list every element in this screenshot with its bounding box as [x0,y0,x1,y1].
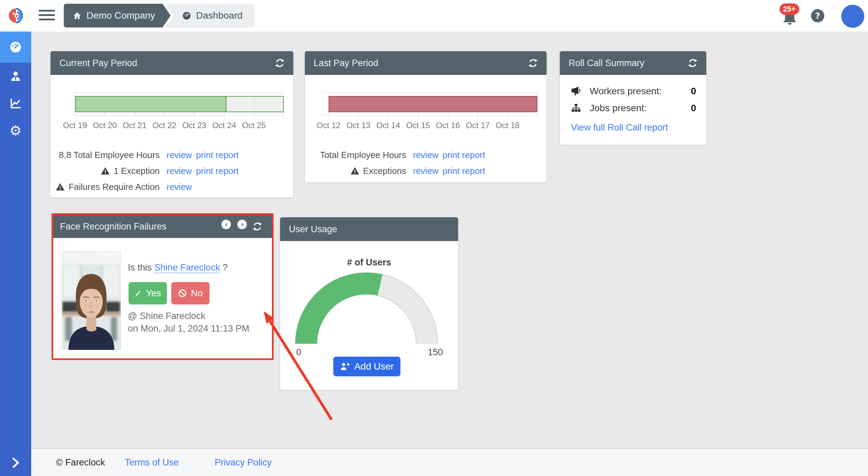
chevron-right-icon [11,457,21,469]
review-link[interactable]: review [160,166,190,176]
card-header: Current Pay Period [51,51,293,75]
review-link[interactable]: review [160,182,190,192]
face-question: Is this Shine Fareclock ? [128,262,228,273]
menu-icon[interactable] [39,10,55,22]
roll-call-row: Jobs present: 0 [571,101,696,116]
stat-label: Failures Require Action [51,182,160,192]
stat-row: Total Employee Hours review print report [297,147,547,163]
breadcrumb: Demo Company Dashboard [64,4,255,27]
card-header: Last Pay Period [305,51,547,75]
check-icon: ✓ [134,288,142,299]
print-report-link[interactable]: print report [436,166,511,176]
review-link[interactable]: review [406,150,436,160]
gauge-max-label: 150 [422,347,448,358]
refresh-icon[interactable] [252,221,263,232]
card-title: Face Recognition Failures [60,221,166,232]
warning-icon [101,166,110,176]
card-header: User Usage [280,217,458,241]
face-recognition-failures-card: Face Recognition Failures ‹ › [52,213,274,360]
face-meta-time: on Mon, Jul 1, 2024 11:13 PM [128,322,249,335]
breadcrumb-company[interactable]: Demo Company [64,4,171,27]
stat-row: 8.8 Total Employee Hours review print re… [51,147,293,163]
x-axis-labels: Oct 19 Oct 20 Oct 21 Oct 22 Oct 23 Oct 2… [51,121,293,131]
stat-label: Total Employee Hours [297,150,406,160]
question-icon: ? [815,11,820,21]
terms-of-use-link[interactable]: Terms of Use [125,449,179,476]
stat-label: 8.8 Total Employee Hours [51,150,160,160]
warning-icon [350,166,359,176]
users-gauge [292,270,441,349]
add-user-button[interactable]: Add User [333,357,400,376]
roll-call-value: 0 [691,103,696,114]
card-header: Roll Call Summary [560,51,706,75]
notifications-button[interactable]: 25+ [780,3,801,25]
print-report-link[interactable]: print report [190,150,264,160]
no-button[interactable]: No [171,282,210,304]
chart-line-icon [9,97,22,110]
stat-row: Exceptions review print report [297,163,547,179]
top-bar: Demo Company Dashboard 25+ ? [0,0,868,32]
next-button[interactable]: › [237,220,247,229]
gauge-title: # of Users [280,257,458,268]
sidebar-expand-button[interactable] [0,454,31,471]
sidebar-item-team[interactable] [0,63,31,90]
progress-bar-fill [329,97,537,112]
current-pay-period-card: Current Pay Period Oct 19 Oct 20 Oct 21 … [50,51,294,198]
view-roll-call-report-link[interactable]: View full Roll Call report [571,122,668,133]
notification-count-badge: 25+ [780,3,799,15]
dashboard-gauge-icon [9,41,22,54]
progress-bar [329,96,537,112]
stat-label: Exceptions [297,166,406,176]
roll-call-label: Workers present: [590,86,662,97]
last-pay-period-card: Last Pay Period Oct 12 Oct 13 Oct 14 Oct… [304,51,547,183]
roll-call-value: 0 [691,86,696,97]
user-avatar[interactable] [841,5,864,28]
x-axis-labels: Oct 12 Oct 13 Oct 14 Oct 15 Oct 16 Oct 1… [305,121,547,131]
breadcrumb-dashboard[interactable]: Dashboard [165,4,255,27]
gauge-min-label: 0 [290,347,307,358]
pay-period-chart [329,93,537,119]
person-plus-icon [340,362,350,371]
sidebar-item-settings[interactable]: ⚙ [0,117,31,144]
roll-call-label: Jobs present: [590,103,647,114]
sitemap-icon [571,103,590,113]
card-title: Last Pay Period [314,58,378,68]
sidebar-item-reports[interactable] [0,90,31,117]
sidebar: ⚙ [0,32,31,476]
yes-button[interactable]: ✓ Yes [129,282,167,304]
print-report-link[interactable]: print report [436,150,511,160]
person-link[interactable]: Shine Fareclock [154,262,220,273]
footer: © Fareclock Terms of Use Privacy Policy [31,448,868,476]
refresh-icon[interactable] [274,58,285,68]
copyright-text: © Fareclock [56,449,105,476]
gear-icon: ⚙ [9,124,22,137]
chevron-right-icon: › [241,220,244,229]
print-report-link[interactable]: print report [190,166,264,176]
review-link[interactable]: review [406,166,436,176]
face-meta: @ Shine Fareclock on Mon, Jul 1, 2024 11… [128,310,249,335]
card-title: User Usage [289,224,337,235]
user-usage-card: User Usage # of Users 0 150 Add User [280,217,458,390]
stat-row: 1 Exception review print report [51,163,293,179]
fareclock-logo-icon [8,8,24,23]
roll-call-row: Workers present: 0 [571,84,696,99]
sidebar-item-dashboard[interactable] [0,32,31,63]
help-button[interactable]: ? [811,9,824,22]
progress-bar [75,96,284,112]
stat-row: Failures Require Action review [51,179,293,195]
warning-icon [56,182,65,192]
pay-period-chart [75,93,284,119]
face-meta-user: @ Shine Fareclock [128,310,249,322]
privacy-policy-link[interactable]: Privacy Policy [215,449,272,476]
previous-button[interactable]: ‹ [221,220,231,229]
face-photo [62,251,121,350]
review-link[interactable]: review [160,150,190,160]
card-title: Current Pay Period [59,58,137,68]
card-title: Roll Call Summary [569,58,645,68]
pay-period-stats: 8.8 Total Employee Hours review print re… [51,147,293,195]
progress-bar-fill [76,97,226,112]
chevron-left-icon: ‹ [225,220,228,229]
refresh-icon[interactable] [687,58,698,68]
refresh-icon[interactable] [528,58,538,68]
bullhorn-icon [571,86,590,96]
